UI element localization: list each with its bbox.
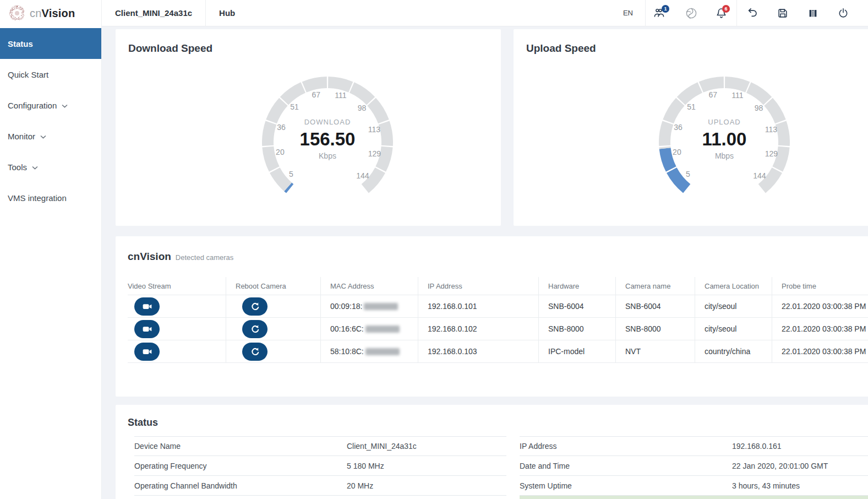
video-stream-button[interactable] [134, 297, 160, 316]
detected-cameras-card: cnVision Detected cameras Video Stream R… [116, 236, 868, 397]
detected-cameras-title: cnVision Detected cameras [116, 236, 868, 263]
sidebar-item-label: Configuration [8, 101, 57, 110]
col-camera-name: Camera name [615, 277, 695, 295]
users-badge: 1 [662, 5, 669, 13]
sidebar: cnVision Status Quick Start Configuratio… [0, 0, 102, 499]
gauge-value: 156.50 [245, 129, 410, 149]
status-left-column: Device Name Client_MINI_24a31c Operating… [134, 436, 506, 499]
globe-button[interactable] [676, 0, 706, 26]
status-row: Operating Frequency 5 180 MHz [134, 456, 506, 476]
svg-text:67: 67 [708, 90, 717, 99]
tab-device[interactable]: Client_MINI_24a31c [102, 0, 205, 26]
status-value: 22 Jan 2020, 20:01:00 GMT [732, 462, 828, 470]
camera-name: SNB-6004 [615, 295, 695, 317]
reboot-camera-button[interactable] [242, 343, 268, 361]
svg-text:98: 98 [755, 104, 763, 112]
sidebar-item-monitor[interactable]: Monitor [0, 121, 101, 151]
svg-text:5: 5 [289, 170, 293, 178]
status-label: Device Name [134, 442, 347, 451]
table-row: 00:09:18: 192.168.0.101 SNB-6004 SNB-600… [128, 295, 868, 318]
video-stream-button[interactable] [134, 320, 160, 338]
mac-address: 00:09:18: [330, 302, 362, 311]
camera-location: city/seoul [695, 318, 772, 340]
undo-icon [746, 7, 758, 19]
chevron-down-icon [40, 135, 46, 139]
status-card: Status Device Name Client_MINI_24a31c Op… [116, 405, 868, 499]
status-value: 20 MHz [347, 481, 373, 490]
brand-logo: cnVision [0, 0, 101, 26]
globe-icon [685, 7, 698, 20]
spectrum-analyzer-button[interactable] [798, 0, 828, 26]
col-reboot-camera: Reboot Camera [226, 277, 320, 295]
card-title: Upload Speed [514, 29, 868, 55]
save-button[interactable] [767, 0, 798, 26]
col-probe-time: Probe time [772, 277, 868, 295]
language-selector[interactable]: EN [611, 9, 645, 17]
chevron-down-icon [32, 166, 38, 170]
table-header-row: Video Stream Reboot Camera MAC Address I… [128, 277, 868, 295]
spectrum-analyzer-icon [807, 7, 819, 19]
page: cnVision Status Quick Start Configuratio… [0, 0, 868, 499]
sidebar-item-tools[interactable]: Tools [0, 151, 101, 182]
reboot-camera-button[interactable] [242, 320, 268, 338]
cameras-title-subtitle: Detected cameras [176, 253, 234, 262]
video-camera-icon [141, 323, 153, 335]
tab-hub[interactable]: Hub [206, 0, 248, 26]
status-title: Status [128, 417, 868, 429]
table-row: 58:10:8C: 192.168.0.103 IPC-model NVT co… [128, 340, 868, 363]
reboot-camera-button[interactable] [242, 297, 268, 316]
sidebar-item-label: Status [8, 39, 33, 48]
hardware: SNB-6004 [538, 295, 615, 317]
users-button[interactable]: 1 [646, 0, 676, 26]
sidebar-item-label: Tools [8, 162, 27, 172]
ip-address: 192.168.0.101 [418, 295, 538, 317]
reboot-icon [250, 301, 260, 312]
svg-text:111: 111 [731, 91, 743, 100]
status-label: System Uptime [520, 481, 732, 490]
brand-logo-icon [9, 6, 25, 21]
video-stream-button[interactable] [134, 343, 160, 361]
status-row: System Uptime 3 hours, 43 minutes [520, 476, 868, 496]
sidebar-item-vms-integration[interactable]: VMS integration [0, 182, 101, 213]
sidebar-item-label: Quick Start [8, 70, 48, 79]
reboot-icon [250, 324, 260, 334]
hardware: SNB-8000 [538, 318, 615, 340]
col-camera-location: Camera Location [695, 277, 772, 295]
camera-name: SNB-8000 [615, 318, 695, 340]
sidebar-item-label: Monitor [8, 132, 35, 141]
gauge-label: UPLOAD [642, 118, 807, 126]
mac-address-redacted [364, 303, 398, 310]
status-columns: Device Name Client_MINI_24a31c Operating… [134, 436, 868, 499]
status-label: IP Address [520, 442, 732, 451]
chevron-down-icon [62, 104, 68, 108]
topbar-actions: EN 1 [611, 0, 868, 26]
sidebar-item-status[interactable]: Status [0, 28, 101, 59]
status-row: Operating Channel Bandwidth 20 MHz [134, 476, 506, 496]
sidebar-item-configuration[interactable]: Configuration [0, 90, 101, 121]
main-content: Download Speed 52036516711198113129144 D… [102, 26, 868, 499]
power-button[interactable] [828, 0, 858, 26]
download-speed-card: Download Speed 52036516711198113129144 D… [116, 29, 501, 226]
save-icon [777, 7, 789, 19]
status-value: Client_MINI_24a31c [347, 442, 417, 451]
sidebar-item-quick-start[interactable]: Quick Start [0, 59, 101, 90]
undo-button[interactable] [737, 0, 767, 26]
status-value: 192.168.0.161 [732, 442, 782, 451]
status-value: 3 hours, 43 minutes [732, 481, 800, 490]
gauge-unit: Mbps [642, 151, 807, 160]
status-right-column: IP Address 192.168.0.161 Date and Time 2… [520, 436, 868, 499]
camera-name: NVT [615, 340, 695, 362]
brand-prefix: cn [30, 7, 42, 19]
notifications-button[interactable]: 6 [706, 0, 736, 26]
cameras-title-brand: cnVision [128, 251, 171, 263]
ip-address: 192.168.0.103 [418, 340, 538, 362]
mac-address: 00:16:6C: [330, 324, 364, 333]
svg-text:98: 98 [358, 104, 367, 112]
probe-time: 22.01.2020 03:00:38 PM [772, 318, 868, 340]
status-row: Device Name Client_MINI_24a31c [134, 436, 506, 456]
hardware: IPC-model [538, 340, 615, 362]
ip-address: 192.168.0.102 [418, 318, 538, 340]
sidebar-item-label: VMS integration [8, 193, 67, 203]
video-camera-icon [141, 301, 153, 312]
col-hardware: Hardware [538, 277, 615, 295]
